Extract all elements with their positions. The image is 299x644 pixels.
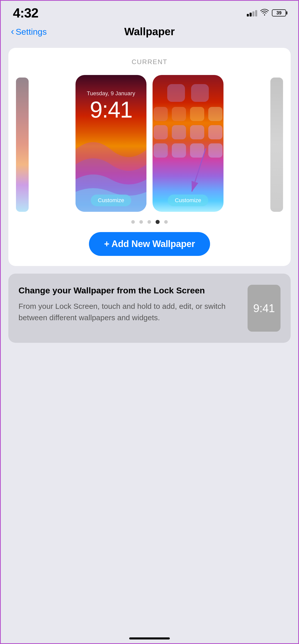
app-icon bbox=[208, 125, 222, 139]
phone-previews: Tuesday, 9 January 9:41 Customize bbox=[29, 75, 270, 212]
page-dot-3[interactable] bbox=[147, 220, 151, 224]
main-content: CURRENT Tuesday, 9 January bbox=[8, 48, 291, 343]
home-screen-preview[interactable]: Customize bbox=[153, 75, 223, 212]
page-dot-2[interactable] bbox=[139, 220, 143, 224]
lock-screen-preview[interactable]: Tuesday, 9 January 9:41 Customize bbox=[76, 75, 146, 212]
home-screen-customize-button[interactable]: Customize bbox=[168, 195, 208, 206]
wallpaper-card: CURRENT Tuesday, 9 January bbox=[8, 48, 291, 266]
page-dot-1[interactable] bbox=[131, 220, 135, 224]
current-label: CURRENT bbox=[132, 58, 167, 66]
preview-container: Tuesday, 9 January 9:41 Customize bbox=[16, 75, 283, 212]
home-screen-background: Customize bbox=[153, 75, 223, 212]
page-dot-5[interactable] bbox=[164, 220, 168, 224]
app-icon bbox=[172, 143, 186, 158]
right-side-preview bbox=[270, 78, 283, 212]
page-dot-4[interactable] bbox=[156, 220, 160, 224]
app-icon bbox=[190, 107, 204, 121]
status-icons: 39 bbox=[247, 9, 286, 17]
app-icon bbox=[154, 125, 168, 139]
app-icon bbox=[172, 125, 186, 139]
back-chevron-icon: ‹ bbox=[11, 27, 14, 36]
info-text-block: Change your Wallpaper from the Lock Scre… bbox=[18, 285, 240, 323]
status-time: 4:32 bbox=[13, 5, 38, 21]
page-title: Wallpaper bbox=[124, 26, 175, 38]
app-icon bbox=[190, 125, 204, 139]
back-label: Settings bbox=[16, 27, 47, 37]
app-grid-row1 bbox=[154, 107, 222, 121]
app-icon bbox=[172, 107, 186, 121]
lock-screen-customize-button[interactable]: Customize bbox=[91, 195, 131, 206]
thumbnail-time: 9:41 bbox=[253, 302, 275, 315]
top-app-icons bbox=[167, 84, 209, 102]
app-grid-row2 bbox=[154, 125, 222, 139]
lock-screen-background: Tuesday, 9 January 9:41 Customize bbox=[76, 75, 146, 212]
app-icon bbox=[190, 143, 204, 158]
app-icon bbox=[154, 107, 168, 121]
back-button[interactable]: ‹ Settings bbox=[11, 27, 47, 37]
home-indicator[interactable] bbox=[129, 637, 170, 639]
app-icon bbox=[191, 84, 209, 102]
signal-icon bbox=[247, 9, 257, 16]
wifi-icon bbox=[260, 9, 269, 17]
lock-screen-thumbnail: 9:41 bbox=[248, 285, 281, 332]
lock-screen-time: 9:41 bbox=[90, 98, 132, 121]
app-icon bbox=[154, 143, 168, 158]
info-title: Change your Wallpaper from the Lock Scre… bbox=[18, 285, 240, 296]
left-side-preview bbox=[16, 78, 29, 212]
page-dots bbox=[131, 220, 168, 224]
app-grid-row3 bbox=[154, 143, 222, 158]
add-wallpaper-button[interactable]: + Add New Wallpaper bbox=[89, 232, 210, 256]
app-icon bbox=[208, 107, 222, 121]
battery-icon: 39 bbox=[272, 9, 286, 16]
app-icon bbox=[167, 84, 185, 102]
nav-header: ‹ Settings Wallpaper bbox=[1, 23, 298, 43]
status-bar: 4:32 39 bbox=[1, 1, 298, 23]
lock-screen-date: Tuesday, 9 January bbox=[87, 90, 135, 97]
info-card: Change your Wallpaper from the Lock Scre… bbox=[8, 274, 291, 343]
info-description: From your Lock Screen, touch and hold to… bbox=[18, 300, 240, 323]
app-icon bbox=[208, 143, 222, 158]
